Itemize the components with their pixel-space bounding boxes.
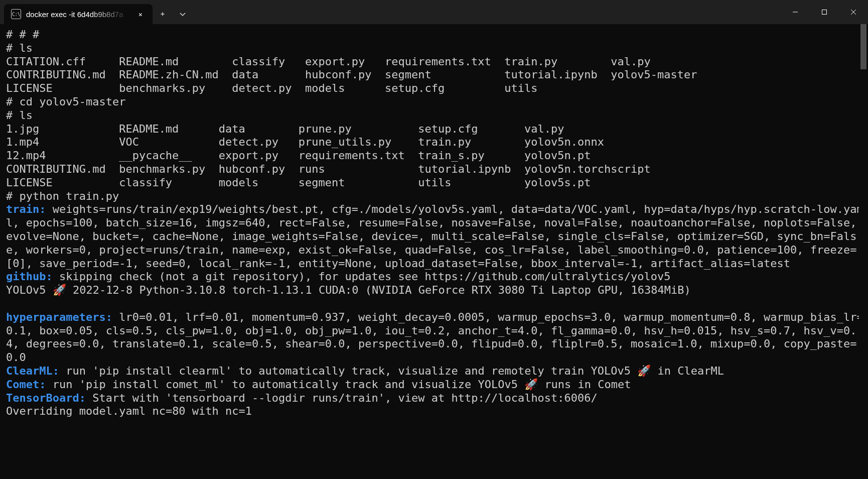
- ls1-row: CITATION.cffREADME.mdclassifyexport.pyre…: [6, 55, 704, 68]
- ls2-row: LICENSEclassifymodelssegmentutilsyolov5s…: [6, 176, 657, 189]
- maximize-icon: [821, 9, 827, 15]
- cmd-icon: C:\: [11, 9, 21, 19]
- maximize-button[interactable]: [810, 0, 839, 24]
- scrollbar-thumb[interactable]: [860, 24, 866, 69]
- minimize-icon: [792, 9, 798, 15]
- tab-active[interactable]: C:\ docker exec -it 6d4db9b8d7a ✕: [4, 4, 153, 24]
- github-label: github:: [6, 270, 53, 283]
- new-tab-button[interactable]: ＋: [153, 4, 173, 24]
- chevron-down-icon: [180, 11, 186, 17]
- prompt: #: [6, 190, 13, 202]
- train-label: train:: [6, 203, 46, 215]
- terminal-output: # # # # ls CITATION.cffREADME.mdclassify…: [6, 28, 866, 418]
- ls2-row: 12.mp4__pycache__export.pyrequirements.t…: [6, 149, 657, 162]
- clearml-text: run 'pip install clearml' to automatical…: [59, 365, 724, 377]
- clearml-label: ClearML:: [6, 365, 59, 377]
- comet-label: Comet:: [6, 378, 46, 391]
- terminal-scrollbar[interactable]: [859, 24, 868, 479]
- train-args: weights=runs/train/exp19/weights/best.pt…: [6, 203, 863, 269]
- ls2-row: 1.jpgREADME.mddataprune.pysetup.cfgval.p…: [6, 123, 657, 135]
- ls1-row: CONTRIBUTING.mdREADME.zh-CN.mddatahubcon…: [6, 68, 704, 81]
- ls1-row: LICENSEbenchmarks.pydetect.pymodelssetup…: [6, 82, 704, 94]
- hyperparameters-text: lr0=0.01, lrf=0.01, momentum=0.937, weig…: [6, 311, 863, 364]
- hyperparameters-label: hyperparameters:: [6, 311, 112, 323]
- tensorboard-text: Start with 'tensorboard --logdir runs/tr…: [86, 392, 598, 404]
- ls2-row: 1.mp4VOCdetect.pyprune_utils.pytrain.pyy…: [6, 136, 657, 148]
- tab-title: docker exec -it 6d4db9b8d7a: [26, 10, 130, 19]
- tensorboard-label: TensorBoard:: [6, 392, 86, 404]
- github-text: skipping check (not a git repository), f…: [53, 270, 671, 283]
- terminal-content[interactable]: # # # # ls CITATION.cffREADME.mdclassify…: [0, 24, 868, 479]
- svg-rect-1: [822, 10, 827, 15]
- minimize-button[interactable]: [781, 0, 810, 24]
- prompt: #: [6, 42, 13, 54]
- cmd-cd: cd yolov5-master: [20, 95, 126, 108]
- titlebar-drag-area[interactable]: [193, 0, 781, 24]
- close-icon: [850, 9, 856, 15]
- yolo-version-line: YOLOv5 🚀 2022-12-8 Python-3.10.8 torch-1…: [6, 284, 691, 296]
- close-window-button[interactable]: [839, 0, 868, 24]
- prompt: #: [6, 109, 13, 122]
- tab-menu-dropdown[interactable]: [173, 4, 193, 24]
- cmd-ls: ls: [20, 109, 33, 122]
- cmd-python: python train.py: [20, 190, 119, 202]
- line-header: # # #: [6, 28, 39, 41]
- override-line: Overriding model.yaml nc=80 with nc=1: [6, 405, 252, 417]
- prompt: #: [6, 95, 13, 108]
- titlebar: C:\ docker exec -it 6d4db9b8d7a ✕ ＋: [0, 0, 868, 24]
- ls2-row: CONTRIBUTING.mdbenchmarks.pyhubconf.pyru…: [6, 163, 657, 175]
- cmd-ls: ls: [20, 42, 33, 54]
- comet-text: run 'pip install comet_ml' to automatica…: [46, 378, 631, 391]
- tab-close-button[interactable]: ✕: [135, 9, 146, 19]
